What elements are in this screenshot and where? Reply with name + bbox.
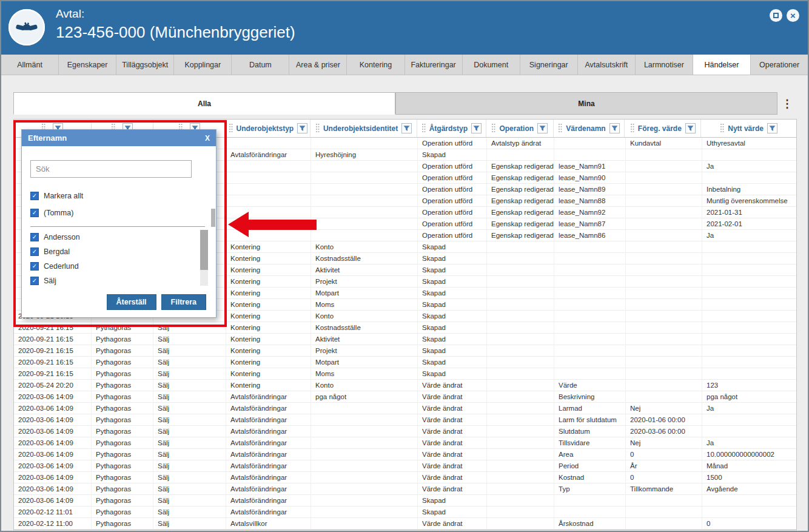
tab-tilläggsobjekt[interactable]: Tilläggsobjekt <box>116 55 174 75</box>
table-row[interactable]: 2020-05-24 20:20PythagorasSäljKonteringK… <box>14 380 796 391</box>
tab-dokument[interactable]: Dokument <box>463 55 520 75</box>
checkbox-checked-icon[interactable]: ✓ <box>30 262 39 271</box>
subtab-alla[interactable]: Alla <box>13 92 395 115</box>
restore-window-button[interactable] <box>770 9 782 22</box>
tab-kopplingar[interactable]: Kopplingar <box>174 55 232 75</box>
table-row[interactable]: 2020-09-21 16:15PythagorasSäljKonteringA… <box>14 334 796 345</box>
table-row[interactable]: 2020-09-21 16:15PythagorasSäljKonteringK… <box>14 322 796 334</box>
column-filter-button[interactable] <box>297 123 307 133</box>
tab-signeringar[interactable]: Signeringar <box>520 55 578 75</box>
popup-scrollbar-thumb[interactable] <box>211 209 215 227</box>
table-row[interactable]: 2020-03-06 14:09PythagorasSäljAvtalsförä… <box>14 437 796 449</box>
tab-kontering[interactable]: Kontering <box>347 55 404 75</box>
titlebar: Avtal: 123-456-000 (Münchenbryggeriet) × <box>1 1 808 55</box>
tab-allmänt[interactable]: Allmänt <box>1 55 59 75</box>
table-cell: Pythagoras <box>92 414 153 425</box>
drag-handle-icon[interactable] <box>558 124 562 133</box>
checkbox-checked-icon[interactable]: ✓ <box>30 277 39 285</box>
column-filter-button[interactable] <box>537 123 548 133</box>
table-cell: Egenskap redigerad <box>487 218 554 229</box>
table-cell: Kontering <box>226 357 311 368</box>
drag-handle-icon[interactable] <box>315 124 320 133</box>
table-cell: År <box>626 460 702 471</box>
list-scrollbar-thumb[interactable] <box>200 230 208 270</box>
table-cell: Ja <box>702 403 797 414</box>
drag-handle-icon[interactable] <box>630 124 634 133</box>
table-row[interactable]: 2020-03-06 14:09PythagorasSäljAvtalsförä… <box>14 495 796 507</box>
table-row[interactable]: 2020-03-06 14:09PythagorasSäljAvtalsförä… <box>14 391 796 403</box>
table-cell <box>626 368 702 379</box>
column-header-värdenamn[interactable]: Värdenamn <box>554 120 625 137</box>
tab-avtalsutskrift[interactable]: Avtalsutskrift <box>578 55 636 75</box>
table-row[interactable]: 2020-09-21 16:15PythagorasSäljKonteringM… <box>14 368 796 380</box>
tab-händelser[interactable]: Händelser <box>693 55 751 75</box>
close-window-button[interactable]: × <box>787 9 799 22</box>
tab-larmnotiser[interactable]: Larmnotiser <box>636 55 693 75</box>
drag-handle-icon[interactable] <box>720 124 724 133</box>
table-row[interactable]: 2020-09-21 16:15PythagorasSäljKonteringM… <box>14 357 796 368</box>
checkbox-checked-icon[interactable]: ✓ <box>30 247 39 256</box>
reset-filter-button[interactable]: Återställ <box>107 294 156 310</box>
filter-value-item[interactable]: ✓Cederlund <box>30 261 207 271</box>
list-scrollbar[interactable] <box>200 230 208 286</box>
table-row[interactable]: 2020-03-06 14:09PythagorasSäljAvtalsförä… <box>14 472 796 483</box>
table-row[interactable]: 2020-09-21 16:15PythagorasSäljKonteringP… <box>14 345 796 357</box>
drag-handle-icon[interactable] <box>491 124 495 133</box>
column-filter-button[interactable] <box>767 123 777 133</box>
select-all-checkbox[interactable]: ✓ Markera allt <box>30 191 207 200</box>
table-row[interactable]: 2020-03-06 14:09PythagorasSäljAvtalsförä… <box>14 483 796 495</box>
table-cell <box>626 184 702 195</box>
column-filter-button[interactable] <box>609 123 620 133</box>
popup-titlebar[interactable]: Efternamn X <box>22 130 216 146</box>
table-row[interactable]: 2020-03-06 14:09PythagorasSäljAvtalsförä… <box>14 426 796 437</box>
checkbox-checked-icon[interactable]: ✓ <box>30 209 39 217</box>
tab-faktureringar[interactable]: Faktureringar <box>405 55 463 75</box>
filter-values-list: ✓Andersson✓Bergdal✓Cederlund✓Sälj <box>30 232 207 285</box>
table-row[interactable]: 2020-03-06 14:09PythagorasSäljAvtalsförä… <box>14 449 796 460</box>
tab-datum[interactable]: Datum <box>232 55 289 75</box>
filter-funnel-icon <box>687 125 694 132</box>
table-cell <box>554 368 626 379</box>
checkbox-checked-icon[interactable]: ✓ <box>30 192 39 200</box>
table-row[interactable]: 2020-03-06 14:09PythagorasSäljAvtalsförä… <box>14 414 796 426</box>
filter-search-input[interactable] <box>30 160 192 178</box>
tab-area-priser[interactable]: Area & priser <box>289 55 347 75</box>
table-cell: Värde ändrat <box>418 483 487 494</box>
subtab-mina[interactable]: Mina <box>395 92 777 115</box>
column-filter-button[interactable] <box>685 123 696 133</box>
column-header-nytt-värde[interactable]: Nytt värde <box>701 120 796 137</box>
tab-operationer[interactable]: Operationer <box>751 55 808 75</box>
table-row[interactable]: 2020-02-12 11:01PythagorasSäljAvtalsförä… <box>14 507 796 518</box>
column-filter-button[interactable] <box>401 123 412 133</box>
table-row[interactable]: 2020-03-06 14:09PythagorasSäljAvtalsförä… <box>14 460 796 472</box>
table-cell <box>554 495 626 506</box>
column-header-underobjektsidentitet[interactable]: Underobjektsidentitet <box>311 120 417 137</box>
drag-handle-icon[interactable] <box>229 124 233 133</box>
table-cell <box>487 334 554 345</box>
column-header-underobjektstyp[interactable]: Underobjektstyp <box>226 120 311 137</box>
drag-handle-icon[interactable] <box>421 124 426 133</box>
more-menu-icon[interactable]: ⋮ <box>777 92 797 115</box>
tab-egenskaper[interactable]: Egenskaper <box>59 55 116 75</box>
filter-value-item[interactable]: ✓Andersson <box>30 232 207 241</box>
column-header-åtgärdstyp[interactable]: Åtgärdstyp <box>417 120 486 137</box>
table-cell: 10.000000000000002 <box>702 449 797 460</box>
table-cell: Pythagoras <box>92 403 153 414</box>
table-row[interactable]: 2020-03-06 14:09PythagorasSäljAvtalsförä… <box>14 403 796 414</box>
filter-value-item[interactable]: ✓Bergdal <box>30 247 207 256</box>
table-cell <box>487 276 554 287</box>
table-cell: Tillkommande <box>626 483 702 494</box>
column-header-operation[interactable]: Operation <box>486 120 554 137</box>
table-cell <box>487 368 554 379</box>
column-header-föreg-värde[interactable]: Föreg. värde <box>625 120 701 137</box>
table-cell <box>554 149 626 160</box>
table-row[interactable]: 2020-02-12 11:00PythagorasSäljAvtalsvill… <box>14 518 796 530</box>
filter-value-item[interactable]: ✓Sälj <box>30 276 207 285</box>
checkbox-checked-icon[interactable]: ✓ <box>30 233 39 241</box>
table-cell: Värde ändrat <box>418 449 487 460</box>
popup-close-icon[interactable]: X <box>205 134 210 143</box>
empty-values-checkbox[interactable]: ✓ (Tomma) <box>30 208 207 217</box>
table-cell: lease_Namn87 <box>554 218 626 229</box>
column-filter-button[interactable] <box>471 123 482 133</box>
apply-filter-button[interactable]: Filtrera <box>161 294 206 310</box>
